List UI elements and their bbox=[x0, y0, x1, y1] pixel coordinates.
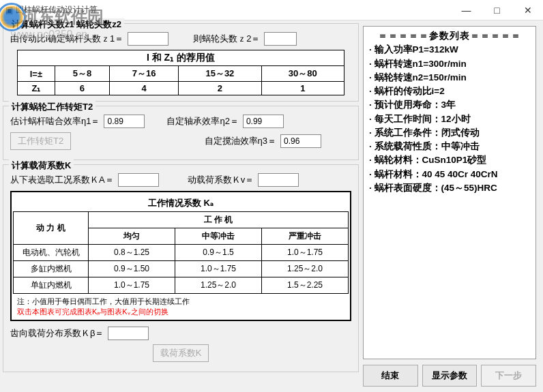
table-row: 单缸内燃机 1.0～1.75 1.25～2.0 1.5～2.25 bbox=[14, 277, 349, 294]
input-eta3[interactable] bbox=[280, 134, 321, 148]
ka-table-title: 工作情况系数 Kₐ bbox=[14, 195, 349, 212]
app-icon: ▣ bbox=[5, 5, 13, 15]
btn-k: 载荷系数K bbox=[153, 344, 209, 362]
input-eta1[interactable] bbox=[104, 115, 145, 128]
list-item: 蜗杆的传动比i=2 bbox=[369, 85, 531, 98]
input-z2[interactable] bbox=[264, 32, 297, 46]
param-list-header: ＝＝＝＝＝参数列表＝＝＝＝＝ bbox=[368, 29, 531, 43]
minimize-button[interactable]: — bbox=[451, 0, 482, 20]
show-params-button[interactable]: 显示参数 bbox=[422, 365, 478, 387]
list-item: 输入功率P1=312kW bbox=[369, 43, 531, 57]
label-ka: 从下表选取工况系数ＫA＝ bbox=[10, 174, 114, 186]
ka-group-header: 工 作 机 bbox=[89, 212, 349, 228]
right-panel: ＝＝＝＝＝参数列表＝＝＝＝＝ 输入功率P1=312kW 蜗杆转速n1=300r/… bbox=[362, 20, 540, 392]
group-t2-title: 计算蜗轮工作转矩T2 bbox=[9, 101, 96, 113]
label-eta3: 自定搅油效率η3＝ bbox=[205, 135, 276, 147]
list-item: 蜗杆材料：40 45 40Cr 40CrN bbox=[369, 168, 531, 181]
bottom-buttons: 结束 显示参数 下一步 bbox=[363, 365, 536, 387]
ka-note2: 双击本图表可完成图表Kₐ与图表Kᵥ之间的切换 bbox=[17, 307, 168, 316]
label-z2: 则蜗轮头数ｚ2＝ bbox=[193, 33, 260, 45]
list-item: 蜗轮转速n2=150r/min bbox=[369, 71, 531, 85]
label-z1: 由传动比i确定蜗杆头数ｚ1＝ bbox=[10, 33, 123, 45]
group-k-title: 计算载荷系数K bbox=[9, 160, 74, 172]
window-controls: — □ ✕ bbox=[451, 0, 543, 20]
list-item: 蜗杆表面硬度：(45～55)HRC bbox=[369, 181, 531, 195]
ka-table[interactable]: 工作情况系数 Kₐ 动 力 机 工 作 机 均匀 中等冲击 严重冲击 电动机、汽… bbox=[10, 191, 351, 321]
maximize-button[interactable]: □ bbox=[482, 0, 512, 20]
list-item: 系统载荷性质：中等冲击 bbox=[369, 140, 531, 153]
label-eta2: 自定轴承效率η2＝ bbox=[166, 115, 238, 127]
ka-note1: 注：小值用于每日偶而工作，大值用于长期连续工作 bbox=[17, 297, 190, 305]
input-kv[interactable] bbox=[258, 173, 299, 187]
close-button[interactable]: ✕ bbox=[512, 0, 543, 20]
titlebar: ▣ 圆柱蜗杆传动设计计算 — □ ✕ bbox=[0, 0, 543, 20]
list-item: 预计使用寿命：3年 bbox=[369, 98, 531, 112]
label-eta1: 估计蜗杆啮合效率η1＝ bbox=[10, 115, 100, 127]
group-z1-z2: 计算蜗杆头数z1 蜗轮头数z2 由传动比i确定蜗杆头数ｚ1＝ 则蜗轮头数ｚ2＝ … bbox=[3, 23, 359, 102]
list-item: 蜗杆转速n1=300r/min bbox=[369, 57, 531, 71]
param-items: 输入功率P1=312kW 蜗杆转速n1=300r/min 蜗轮转速n2=150r… bbox=[369, 43, 531, 195]
group-k: 计算载荷系数K 从下表选取工况系数ＫA＝ 动载荷系数Ｋv＝ 工作情况系数 Kₐ … bbox=[3, 164, 359, 372]
window-title-wrap: ▣ 圆柱蜗杆传动设计计算 bbox=[5, 4, 98, 16]
input-kbeta[interactable] bbox=[108, 327, 149, 340]
z-table-title: I 和 Z₁ 的荐用值 bbox=[18, 50, 344, 66]
end-button[interactable]: 结束 bbox=[363, 365, 418, 387]
input-ka[interactable] bbox=[118, 173, 159, 187]
label-kbeta: 齿向载荷分布系数Ｋβ＝ bbox=[10, 327, 104, 340]
group-t2: 计算蜗轮工作转矩T2 估计蜗杆啮合效率η1＝ 自定轴承效率η2＝ 工作转矩T2 … bbox=[3, 106, 359, 160]
input-z1[interactable] bbox=[128, 32, 168, 46]
table-row: 多缸内燃机 0.9～1.50 1.0～1.75 1.25～2.0 bbox=[14, 261, 349, 277]
btn-t2: 工作转矩T2 bbox=[10, 132, 71, 150]
input-eta2[interactable] bbox=[243, 115, 284, 128]
table-row: 电动机、汽轮机 0.8～1.25 0.9～1.5 1.0～1.75 bbox=[14, 245, 349, 261]
list-item: 蜗轮材料：CuSn10P1砂型 bbox=[369, 153, 531, 167]
next-button: 下一步 bbox=[481, 365, 536, 387]
window-title: 圆柱蜗杆传动设计计算 bbox=[16, 4, 98, 16]
label-kv: 动载荷系数Ｋv＝ bbox=[188, 174, 254, 186]
ka-col-header: 动 力 机 bbox=[14, 212, 89, 245]
list-item: 每天工作时间：12小时 bbox=[369, 112, 531, 126]
param-list: ＝＝＝＝＝参数列表＝＝＝＝＝ 输入功率P1=312kW 蜗杆转速n1=300r/… bbox=[363, 26, 536, 359]
left-panel: 计算蜗杆头数z1 蜗轮头数z2 由传动比i确定蜗杆头数ｚ1＝ 则蜗轮头数ｚ2＝ … bbox=[0, 20, 362, 392]
list-item: 系统工作条件：闭式传动 bbox=[369, 126, 531, 140]
group-z1-z2-title: 计算蜗杆头数z1 蜗轮头数z2 bbox=[9, 18, 124, 31]
z-recommended-table: I 和 Z₁ 的荐用值 I=± 5～8 7～16 15～32 30～80 Z₁ … bbox=[17, 50, 344, 95]
